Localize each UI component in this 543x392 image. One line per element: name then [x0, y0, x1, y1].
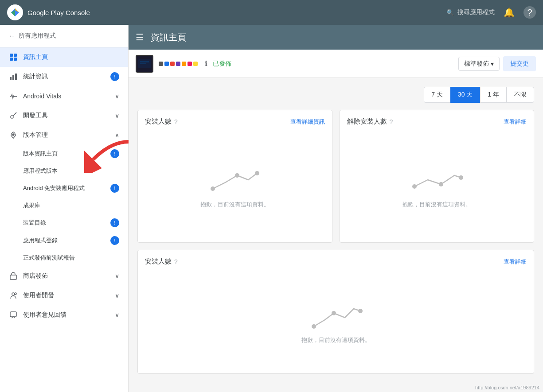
color-dot-5: [182, 62, 186, 66]
main-content: 7 天 30 天 1 年 不限 安裝人數 ? 查看詳細資訊: [129, 78, 543, 383]
sidebar-feedback-label: 使用者意見回饋: [23, 311, 66, 319]
android-instant-label: Android 免安裝應用程式: [23, 184, 85, 192]
publish-mode-select[interactable]: 標準發佈 ▾: [458, 57, 500, 71]
svg-rect-14: [10, 275, 16, 279]
color-dot-7: [193, 62, 198, 66]
sidebar-store-label: 商店發佈: [23, 272, 48, 280]
submit-button[interactable]: 提交更: [503, 56, 536, 71]
sidebar-sub-app-signing[interactable]: 應用程式登錄 !: [0, 232, 128, 249]
svg-point-28: [459, 175, 463, 180]
install-help-icon[interactable]: ?: [174, 118, 178, 125]
svg-line-12: [16, 113, 16, 113]
sidebar-sub-app-version[interactable]: 應用程式版本: [0, 163, 128, 179]
version-info-badge: !: [110, 149, 119, 158]
bottom-chart-placeholder: [309, 295, 363, 331]
watermark-text: http://blog.csdn.net/a1989214: [475, 385, 539, 390]
app-name-colors: [159, 62, 198, 66]
sidebar-item-version-mgmt[interactable]: 版本管理 ∧: [0, 125, 128, 145]
store-chevron-icon: ∨: [115, 272, 119, 279]
svg-rect-22: [140, 63, 146, 64]
uninstall-card-body: 抱歉，目前沒有這項資料。: [347, 133, 527, 235]
vitals-chevron-icon: ∨: [115, 93, 119, 100]
publish-mode-chevron: ▾: [491, 60, 494, 67]
watermark: http://blog.csdn.net/a1989214: [129, 383, 543, 392]
time-unlimited[interactable]: 不限: [507, 87, 534, 103]
sidebar-sub-version-info[interactable]: 版本資訊主頁 !: [0, 145, 128, 163]
sidebar-item-vitals[interactable]: Android Vitals ∨: [0, 86, 128, 106]
stats-cards-row: 安裝人數 ? 查看詳細資訊: [137, 110, 534, 243]
svg-point-30: [332, 311, 336, 315]
notification-icon[interactable]: 🔔: [504, 7, 515, 18]
sidebar-sub-android-instant[interactable]: Android 免安裝應用程式 !: [0, 179, 128, 197]
bottom-install-card: 安裝人數 ? 查看詳細 抱歉，目前沒有這項資料。: [137, 250, 534, 374]
stats-badge: !: [110, 72, 119, 81]
svg-rect-3: [10, 54, 13, 57]
search-area[interactable]: 🔍 搜尋應用程式: [446, 8, 495, 16]
svg-point-13: [12, 134, 14, 136]
help-icon[interactable]: ?: [523, 6, 536, 19]
sidebar-item-feedback[interactable]: 使用者意見回饋 ∨: [0, 305, 128, 325]
sidebar-sub-device-catalog[interactable]: 裝置目錄 !: [0, 214, 128, 232]
sidebar-item-stats[interactable]: 統計資訊 !: [0, 67, 128, 86]
app-bar-actions: 標準發佈 ▾ 提交更: [458, 56, 536, 71]
svg-point-15: [12, 293, 15, 295]
store-icon: [9, 272, 18, 280]
sidebar-vitals-label: Android Vitals: [23, 93, 61, 100]
main-layout: ← 所有應用程式 資訊主頁: [0, 25, 543, 392]
logo-area: Google Play Console: [7, 4, 90, 20]
wrench-icon: [9, 111, 18, 120]
bottom-card-title: 安裝人數 ?: [145, 257, 178, 266]
svg-point-29: [312, 324, 316, 329]
time-30day[interactable]: 30 天: [450, 87, 480, 103]
sidebar-item-user-dev[interactable]: 使用者開發 ∨: [0, 286, 128, 305]
app-signing-badge: !: [110, 236, 119, 245]
pre-launch-label: 正式發佈前測試報告: [23, 254, 75, 262]
bottom-detail-link[interactable]: 查看詳細: [504, 258, 527, 266]
rocket-icon: [9, 131, 18, 140]
svg-rect-8: [12, 75, 14, 80]
back-button[interactable]: ← 所有應用程式: [0, 25, 128, 47]
svg-rect-7: [10, 77, 12, 80]
sidebar-sub-artifacts[interactable]: 成果庫: [0, 197, 128, 214]
logo-text: Google Play Console: [27, 9, 90, 16]
install-no-data: 抱歉，目前沒有這項資料。: [200, 201, 270, 209]
back-label: 所有應用程式: [19, 32, 56, 40]
bottom-help-icon[interactable]: ?: [174, 258, 178, 265]
uninstall-no-data: 抱歉，目前沒有這項資料。: [402, 201, 471, 209]
svg-rect-6: [14, 58, 17, 61]
time-7day[interactable]: 7 天: [424, 87, 450, 103]
svg-point-27: [439, 182, 443, 186]
vitals-icon: [9, 92, 18, 101]
sidebar-item-dashboard[interactable]: 資訊主頁: [0, 47, 128, 67]
user-dev-icon: [9, 291, 18, 300]
svg-rect-4: [14, 54, 17, 57]
uninstall-help-icon[interactable]: ?: [390, 118, 393, 125]
sidebar-sub-pre-launch[interactable]: 正式發佈前測試報告: [0, 249, 128, 266]
uninstall-card-title: 解除安裝人數 ?: [347, 117, 393, 126]
sidebar-item-store[interactable]: 商店發佈 ∨: [0, 266, 128, 286]
grid-icon: [9, 53, 18, 62]
time-1year[interactable]: 1 年: [480, 87, 507, 103]
app-info-icon[interactable]: ℹ: [205, 59, 207, 68]
logo-icon: [7, 4, 23, 20]
uninstall-detail-link[interactable]: 查看詳細: [504, 118, 527, 126]
sidebar: ← 所有應用程式 資訊主頁: [0, 25, 129, 392]
time-filter: 7 天 30 天 1 年 不限: [137, 87, 534, 103]
svg-point-26: [412, 184, 417, 189]
app-header: Google Play Console 🔍 搜尋應用程式 🔔 ?: [0, 0, 543, 25]
install-card-title: 安裝人數 ?: [145, 117, 178, 126]
svg-point-16: [15, 293, 16, 295]
svg-rect-9: [15, 74, 17, 80]
sidebar-item-devtools[interactable]: 開發工具 ∨: [0, 106, 128, 125]
sidebar-user-dev-label: 使用者開發: [23, 291, 54, 299]
app-icon: [136, 55, 153, 73]
uninstall-title-text: 解除安裝人數: [347, 117, 387, 126]
sidebar-devtools-label: 開發工具: [23, 112, 48, 120]
uninstall-card-header: 解除安裝人數 ? 查看詳細: [347, 117, 527, 126]
svg-point-24: [235, 173, 239, 178]
install-title-text: 安裝人數: [145, 117, 172, 126]
hamburger-icon[interactable]: ☰: [136, 32, 144, 43]
install-detail-link[interactable]: 查看詳細資訊: [290, 118, 325, 126]
color-dot-3: [170, 62, 175, 66]
app-bar: ℹ 已發佈 標準發佈 ▾ 提交更: [129, 50, 543, 78]
